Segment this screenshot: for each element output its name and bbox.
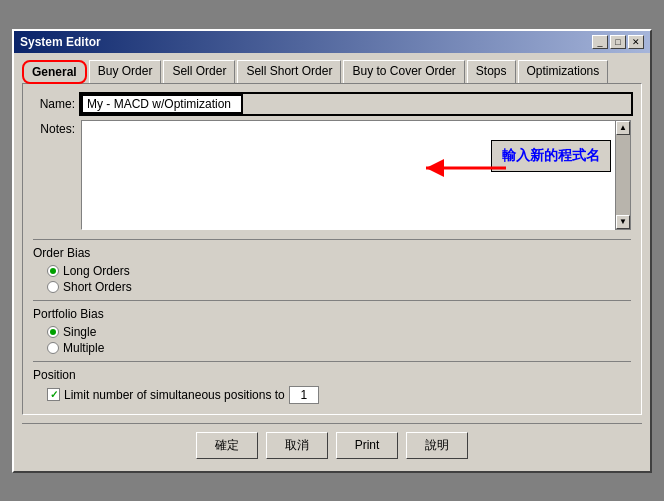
order-bias-divider	[33, 239, 631, 240]
title-bar: System Editor _ □ ✕	[14, 31, 650, 53]
name-wrapper	[81, 94, 631, 114]
multiple-radio[interactable]	[47, 342, 59, 354]
tab-stops[interactable]: Stops	[467, 60, 516, 84]
tab-buy-to-cover-order[interactable]: Buy to Cover Order	[343, 60, 464, 84]
minimize-button[interactable]: _	[592, 35, 608, 49]
system-editor-window: System Editor _ □ ✕ General Buy Order Se…	[12, 29, 652, 473]
long-orders-row: Long Orders	[47, 264, 631, 278]
tab-optimizations[interactable]: Optimizations	[518, 60, 609, 84]
multiple-label: Multiple	[63, 341, 104, 355]
tab-panel-general: Name: Notes: 輸入新的程式名	[22, 83, 642, 415]
notes-label: Notes:	[33, 120, 75, 136]
position-checkbox-row: Limit number of simultaneous positions t…	[47, 386, 631, 404]
short-orders-radio[interactable]	[47, 281, 59, 293]
name-label: Name:	[33, 97, 75, 111]
position-divider	[33, 361, 631, 362]
arrow-indicator	[416, 148, 516, 191]
limit-positions-checkbox[interactable]	[47, 388, 60, 401]
button-row: 確定 取消 Print 說明	[22, 423, 642, 463]
close-button[interactable]: ✕	[628, 35, 644, 49]
print-button[interactable]: Print	[336, 432, 399, 459]
cancel-button[interactable]: 取消	[266, 432, 328, 459]
portfolio-bias-label: Portfolio Bias	[33, 307, 631, 321]
short-orders-label: Short Orders	[63, 280, 132, 294]
tab-general[interactable]: General	[22, 60, 87, 84]
tab-bar: General Buy Order Sell Order Sell Short …	[22, 59, 642, 83]
maximize-button[interactable]: □	[610, 35, 626, 49]
scrollbar-up-button[interactable]: ▲	[616, 121, 630, 135]
tab-sell-short-order[interactable]: Sell Short Order	[237, 60, 341, 84]
notes-scrollbar[interactable]: ▲ ▼	[615, 120, 631, 230]
single-radio[interactable]	[47, 326, 59, 338]
ok-button[interactable]: 確定	[196, 432, 258, 459]
notes-textarea-wrapper: 輸入新的程式名 ▲	[81, 120, 631, 233]
portfolio-bias-divider	[33, 300, 631, 301]
limit-positions-label: Limit number of simultaneous positions t…	[64, 388, 285, 402]
single-label: Single	[63, 325, 96, 339]
notes-textarea[interactable]	[81, 120, 631, 230]
scrollbar-track	[616, 135, 630, 215]
name-input[interactable]	[81, 94, 243, 114]
short-orders-row: Short Orders	[47, 280, 631, 294]
notes-row: Notes: 輸入新的程式名	[33, 120, 631, 233]
order-bias-label: Order Bias	[33, 246, 631, 260]
window-title: System Editor	[20, 35, 101, 49]
tooltip-text: 輸入新的程式名	[502, 147, 600, 163]
multiple-row: Multiple	[47, 341, 631, 355]
title-bar-controls: _ □ ✕	[592, 35, 644, 49]
long-orders-label: Long Orders	[63, 264, 130, 278]
tab-buy-order[interactable]: Buy Order	[89, 60, 162, 84]
window-content: General Buy Order Sell Order Sell Short …	[14, 53, 650, 471]
long-orders-radio[interactable]	[47, 265, 59, 277]
single-row: Single	[47, 325, 631, 339]
tab-sell-order[interactable]: Sell Order	[163, 60, 235, 84]
help-button[interactable]: 說明	[406, 432, 468, 459]
position-label: Position	[33, 368, 631, 382]
name-row: Name:	[33, 94, 631, 114]
scrollbar-down-button[interactable]: ▼	[616, 215, 630, 229]
positions-count-input[interactable]	[289, 386, 319, 404]
